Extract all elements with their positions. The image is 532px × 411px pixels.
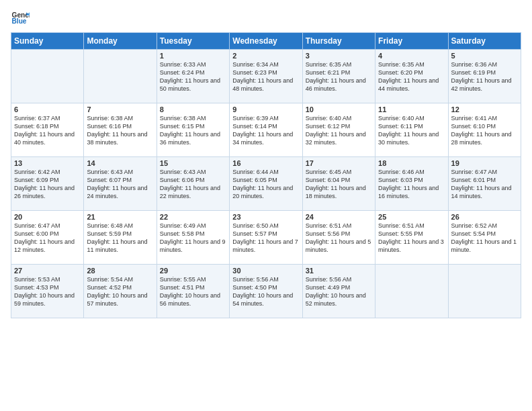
- weekday-header-monday: Monday: [84, 33, 157, 50]
- day-number: 27: [14, 267, 81, 275]
- calendar-cell: 10Sunrise: 6:40 AM Sunset: 6:12 PM Dayli…: [302, 103, 375, 157]
- day-info: Sunrise: 6:35 AM Sunset: 6:20 PM Dayligh…: [378, 60, 445, 93]
- day-info: Sunrise: 6:38 AM Sunset: 6:15 PM Dayligh…: [160, 114, 226, 147]
- day-number: 17: [306, 159, 372, 167]
- calendar-cell: [84, 50, 157, 103]
- calendar-cell: 18Sunrise: 6:46 AM Sunset: 6:03 PM Dayli…: [375, 157, 448, 211]
- day-number: 30: [232, 267, 299, 275]
- calendar-cell: 27Sunrise: 5:53 AM Sunset: 4:53 PM Dayli…: [11, 265, 84, 318]
- day-number: 13: [14, 159, 81, 167]
- day-info: Sunrise: 6:40 AM Sunset: 6:12 PM Dayligh…: [306, 114, 372, 147]
- calendar-cell: 9Sunrise: 6:39 AM Sunset: 6:14 PM Daylig…: [230, 103, 302, 157]
- day-number: 19: [451, 159, 518, 167]
- calendar-cell: 25Sunrise: 6:51 AM Sunset: 5:55 PM Dayli…: [375, 211, 448, 265]
- day-info: Sunrise: 6:51 AM Sunset: 5:56 PM Dayligh…: [306, 222, 372, 255]
- weekday-header-sunday: Sunday: [11, 33, 84, 50]
- day-info: Sunrise: 6:37 AM Sunset: 6:18 PM Dayligh…: [14, 114, 81, 147]
- calendar-table: SundayMondayTuesdayWednesdayThursdayFrid…: [11, 32, 521, 318]
- day-info: Sunrise: 5:54 AM Sunset: 4:52 PM Dayligh…: [87, 275, 153, 308]
- day-number: 7: [87, 105, 153, 113]
- calendar-cell: 28Sunrise: 5:54 AM Sunset: 4:52 PM Dayli…: [84, 265, 157, 318]
- calendar-cell: 14Sunrise: 6:43 AM Sunset: 6:07 PM Dayli…: [84, 157, 157, 211]
- day-info: Sunrise: 6:47 AM Sunset: 6:01 PM Dayligh…: [451, 168, 518, 201]
- day-number: 6: [14, 105, 81, 113]
- calendar-cell: 7Sunrise: 6:38 AM Sunset: 6:16 PM Daylig…: [84, 103, 157, 157]
- day-info: Sunrise: 6:42 AM Sunset: 6:09 PM Dayligh…: [14, 168, 81, 201]
- day-info: Sunrise: 6:44 AM Sunset: 6:05 PM Dayligh…: [232, 168, 299, 201]
- calendar-cell: 31Sunrise: 5:56 AM Sunset: 4:49 PM Dayli…: [302, 265, 375, 318]
- day-info: Sunrise: 6:41 AM Sunset: 6:10 PM Dayligh…: [451, 114, 518, 147]
- svg-text:Blue: Blue: [12, 17, 27, 25]
- weekday-header-saturday: Saturday: [448, 33, 521, 50]
- day-info: Sunrise: 6:35 AM Sunset: 6:21 PM Dayligh…: [306, 60, 372, 93]
- day-number: 18: [378, 159, 445, 167]
- day-info: Sunrise: 6:46 AM Sunset: 6:03 PM Dayligh…: [378, 168, 445, 201]
- calendar-cell: [11, 50, 84, 103]
- weekday-header-wednesday: Wednesday: [230, 33, 302, 50]
- calendar-cell: 21Sunrise: 6:48 AM Sunset: 5:59 PM Dayli…: [84, 211, 157, 265]
- day-info: Sunrise: 6:48 AM Sunset: 5:59 PM Dayligh…: [87, 222, 153, 255]
- day-info: Sunrise: 6:50 AM Sunset: 5:57 PM Dayligh…: [232, 222, 299, 255]
- calendar-cell: 16Sunrise: 6:44 AM Sunset: 6:05 PM Dayli…: [230, 157, 302, 211]
- calendar-cell: 30Sunrise: 5:56 AM Sunset: 4:50 PM Dayli…: [230, 265, 302, 318]
- day-info: Sunrise: 6:36 AM Sunset: 6:19 PM Dayligh…: [451, 60, 518, 93]
- calendar-week-row: 20Sunrise: 6:47 AM Sunset: 6:00 PM Dayli…: [11, 211, 521, 265]
- day-number: 14: [87, 159, 153, 167]
- calendar-week-row: 6Sunrise: 6:37 AM Sunset: 6:18 PM Daylig…: [11, 103, 521, 157]
- day-number: 15: [160, 159, 226, 167]
- calendar-cell: 1Sunrise: 6:33 AM Sunset: 6:24 PM Daylig…: [157, 50, 229, 103]
- day-info: Sunrise: 5:53 AM Sunset: 4:53 PM Dayligh…: [14, 275, 81, 308]
- day-info: Sunrise: 6:34 AM Sunset: 6:23 PM Dayligh…: [232, 60, 299, 93]
- day-number: 29: [160, 267, 226, 275]
- day-info: Sunrise: 6:38 AM Sunset: 6:16 PM Dayligh…: [87, 114, 153, 147]
- calendar-week-row: 27Sunrise: 5:53 AM Sunset: 4:53 PM Dayli…: [11, 265, 521, 318]
- calendar-cell: 17Sunrise: 6:45 AM Sunset: 6:04 PM Dayli…: [302, 157, 375, 211]
- calendar-cell: 26Sunrise: 6:52 AM Sunset: 5:54 PM Dayli…: [448, 211, 521, 265]
- calendar-cell: 19Sunrise: 6:47 AM Sunset: 6:01 PM Dayli…: [448, 157, 521, 211]
- day-number: 16: [232, 159, 299, 167]
- weekday-header-thursday: Thursday: [302, 33, 375, 50]
- day-info: Sunrise: 5:56 AM Sunset: 4:50 PM Dayligh…: [232, 275, 299, 308]
- day-number: 2: [232, 52, 299, 60]
- day-info: Sunrise: 5:56 AM Sunset: 4:49 PM Dayligh…: [306, 275, 372, 308]
- day-number: 12: [451, 105, 518, 113]
- day-number: 23: [232, 213, 299, 221]
- day-number: 24: [306, 213, 372, 221]
- day-number: 20: [14, 213, 81, 221]
- calendar-cell: 29Sunrise: 5:55 AM Sunset: 4:51 PM Dayli…: [157, 265, 229, 318]
- day-number: 31: [306, 267, 372, 275]
- calendar-cell: 13Sunrise: 6:42 AM Sunset: 6:09 PM Dayli…: [11, 157, 84, 211]
- day-number: 28: [87, 267, 153, 275]
- day-info: Sunrise: 6:47 AM Sunset: 6:00 PM Dayligh…: [14, 222, 81, 255]
- calendar-cell: 11Sunrise: 6:40 AM Sunset: 6:11 PM Dayli…: [375, 103, 448, 157]
- weekday-header-friday: Friday: [375, 33, 448, 50]
- day-number: 10: [306, 105, 372, 113]
- calendar-cell: 12Sunrise: 6:41 AM Sunset: 6:10 PM Dayli…: [448, 103, 521, 157]
- weekday-header-tuesday: Tuesday: [157, 33, 229, 50]
- weekday-header-row: SundayMondayTuesdayWednesdayThursdayFrid…: [11, 33, 521, 50]
- day-info: Sunrise: 6:43 AM Sunset: 6:06 PM Dayligh…: [160, 168, 226, 201]
- calendar-cell: 23Sunrise: 6:50 AM Sunset: 5:57 PM Dayli…: [230, 211, 302, 265]
- day-number: 11: [378, 105, 445, 113]
- logo: General Blue: [11, 8, 32, 27]
- day-number: 3: [306, 52, 372, 60]
- calendar-cell: [375, 265, 448, 318]
- calendar-week-row: 13Sunrise: 6:42 AM Sunset: 6:09 PM Dayli…: [11, 157, 521, 211]
- day-number: 9: [232, 105, 299, 113]
- calendar-cell: 8Sunrise: 6:38 AM Sunset: 6:15 PM Daylig…: [157, 103, 229, 157]
- calendar-week-row: 1Sunrise: 6:33 AM Sunset: 6:24 PM Daylig…: [11, 50, 521, 103]
- calendar-cell: 3Sunrise: 6:35 AM Sunset: 6:21 PM Daylig…: [302, 50, 375, 103]
- day-info: Sunrise: 6:43 AM Sunset: 6:07 PM Dayligh…: [87, 168, 153, 201]
- day-info: Sunrise: 6:40 AM Sunset: 6:11 PM Dayligh…: [378, 114, 445, 147]
- day-number: 4: [378, 52, 445, 60]
- day-info: Sunrise: 6:49 AM Sunset: 5:58 PM Dayligh…: [160, 222, 226, 255]
- day-number: 26: [451, 213, 518, 221]
- day-info: Sunrise: 6:51 AM Sunset: 5:55 PM Dayligh…: [378, 222, 445, 255]
- day-info: Sunrise: 5:55 AM Sunset: 4:51 PM Dayligh…: [160, 275, 226, 308]
- calendar-cell: 15Sunrise: 6:43 AM Sunset: 6:06 PM Dayli…: [157, 157, 229, 211]
- day-info: Sunrise: 6:39 AM Sunset: 6:14 PM Dayligh…: [232, 114, 299, 147]
- calendar-cell: 6Sunrise: 6:37 AM Sunset: 6:18 PM Daylig…: [11, 103, 84, 157]
- day-number: 22: [160, 213, 226, 221]
- day-info: Sunrise: 6:52 AM Sunset: 5:54 PM Dayligh…: [451, 222, 518, 255]
- day-number: 21: [87, 213, 153, 221]
